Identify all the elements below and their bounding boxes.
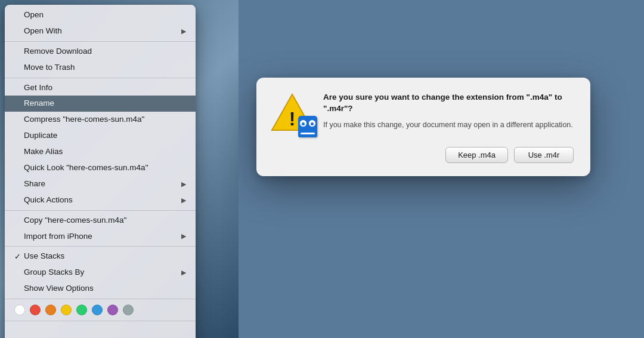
use-extension-button[interactable]: Use .m4r [514, 147, 574, 163]
menu-item-share[interactable]: Share ▶ [5, 176, 196, 192]
menu-item-import-iphone[interactable]: Import from iPhone ▶ [5, 229, 196, 245]
menu-item-quick-look[interactable]: Quick Look "here-comes-sun.m4a" [5, 160, 196, 176]
tag-color-none[interactable] [14, 305, 25, 315]
dialog-body: If you make this change, your document m… [323, 119, 574, 131]
finder-eye-left [300, 120, 306, 127]
menu-item-move-to-trash[interactable]: Move to Trash [5, 60, 196, 76]
menu-label-share: Share [24, 179, 181, 190]
tag-color-yellow[interactable] [61, 305, 72, 315]
rename-extension-dialog: ! Are you sure you want to change the ex… [256, 78, 590, 176]
menu-item-show-view-options[interactable]: Show View Options [5, 281, 196, 297]
menu-label-compress: Compress "here-comes-sun.m4a" [24, 114, 186, 125]
dialog-title: Are you sure you want to change the exte… [323, 92, 574, 115]
svg-text:!: ! [289, 108, 296, 130]
menu-label-duplicate: Duplicate [24, 130, 186, 142]
finder-pupil-left [302, 122, 305, 125]
menu-item-make-alias[interactable]: Make Alias [5, 144, 196, 160]
menu-item-duplicate[interactable]: Duplicate [5, 128, 196, 144]
menu-sep-3 [5, 210, 196, 211]
menu-item-tags[interactable] [5, 323, 196, 336]
dialog-content: ! Are you sure you want to change the ex… [271, 92, 574, 135]
menu-label-get-info: Get Info [24, 82, 186, 94]
menu-item-open-with[interactable]: Open With ▶ [5, 23, 196, 39]
finder-icon [298, 116, 317, 137]
menu-item-get-info[interactable]: Get Info [5, 80, 196, 96]
tag-color-orange[interactable] [45, 305, 56, 315]
menu-label-open: Open [24, 10, 186, 21]
tag-color-green[interactable] [76, 305, 87, 315]
tag-color-purple[interactable] [107, 305, 118, 315]
menu-sep-6 [5, 321, 196, 321]
menu-label-show-view-options: Show View Options [24, 283, 186, 294]
menu-check-use-stacks: ✓ [14, 251, 24, 262]
menu-item-open[interactable]: Open [5, 7, 196, 23]
finder-eye-right [309, 120, 315, 127]
dialog-warning-icon: ! [271, 92, 314, 135]
menu-sep-5 [5, 299, 196, 299]
menu-arrow-import-iphone: ▶ [181, 232, 186, 241]
dialog-buttons: Keep .m4a Use .m4r [271, 147, 574, 163]
menu-label-copy: Copy "here-comes-sun.m4a" [24, 215, 186, 226]
menu-arrow-open-with: ▶ [181, 27, 186, 36]
menu-label-use-stacks: Use Stacks [24, 251, 186, 262]
menu-label-remove-download: Remove Download [24, 46, 186, 57]
keep-extension-button[interactable]: Keep .m4a [445, 147, 508, 163]
menu-item-copy[interactable]: Copy "here-comes-sun.m4a" [5, 213, 196, 229]
menu-item-rename[interactable]: Rename [5, 96, 196, 112]
menu-label-quick-actions: Quick Actions [24, 195, 181, 206]
dialog-text-area: Are you sure you want to change the exte… [323, 92, 574, 131]
finder-pupil-right [311, 122, 314, 125]
menu-label-move-to-trash: Move to Trash [24, 62, 186, 73]
menu-label-group-stacks-by: Group Stacks By [24, 267, 181, 278]
context-menu: Open Open With ▶ Remove Download Move to… [5, 5, 196, 338]
menu-color-tags[interactable] [5, 301, 196, 319]
tag-color-gray[interactable] [123, 305, 134, 315]
menu-arrow-group-stacks-by: ▶ [181, 268, 186, 277]
menu-item-quick-actions[interactable]: Quick Actions ▶ [5, 192, 196, 208]
menu-item-remove-download[interactable]: Remove Download [5, 44, 196, 60]
menu-item-use-stacks[interactable]: ✓ Use Stacks [5, 248, 196, 265]
menu-item-group-stacks-by[interactable]: Group Stacks By ▶ [5, 265, 196, 281]
menu-sep-4 [5, 246, 196, 247]
menu-label-quick-look: Quick Look "here-comes-sun.m4a" [24, 162, 186, 174]
menu-sep-1 [5, 41, 196, 42]
menu-label-rename: Rename [24, 98, 186, 109]
menu-label-make-alias: Make Alias [24, 146, 186, 158]
tag-color-red[interactable] [30, 305, 41, 315]
menu-arrow-quick-actions: ▶ [181, 196, 186, 205]
tag-color-blue[interactable] [92, 305, 103, 315]
menu-sep-2 [5, 78, 196, 78]
menu-item-compress[interactable]: Compress "here-comes-sun.m4a" [5, 112, 196, 128]
menu-arrow-share: ▶ [181, 180, 186, 189]
menu-label-open-with: Open With [24, 26, 181, 37]
menu-label-import-iphone: Import from iPhone [24, 231, 181, 242]
finder-mouth [301, 133, 315, 134]
